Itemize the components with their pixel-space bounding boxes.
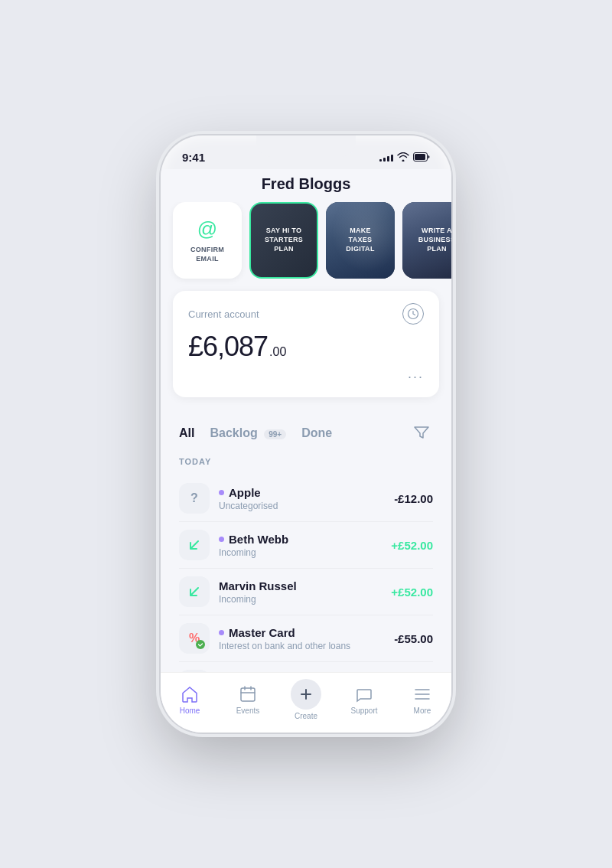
phone-shell: 9:41 Fred Bloggs (161, 135, 451, 733)
balance-header: Current account (188, 303, 424, 325)
nav-item-create[interactable]: Create (285, 679, 327, 720)
nav-item-home[interactable]: Home (169, 684, 211, 715)
marvin-russel-icon (179, 576, 210, 607)
support-icon (354, 684, 374, 704)
beth-webb-icon (179, 530, 210, 560)
transaction-item-apple[interactable]: ? Apple Uncategorised -£12.00 (179, 475, 433, 522)
apple-sub: Uncategorised (219, 501, 385, 511)
filter-icon[interactable] (410, 422, 433, 445)
master-card-dot (219, 630, 224, 635)
taxes-digital-overlay: MAKE TAXES DIGITAL (332, 208, 389, 272)
transactions-section: TODAY ? Apple Uncategorised -£12.00 (161, 451, 451, 672)
action-card-taxes-digital[interactable]: MAKE TAXES DIGITAL (326, 202, 395, 279)
backlog-badge: 99+ (264, 429, 286, 439)
more-options-icon[interactable]: ··· (408, 369, 424, 385)
clock-icon[interactable] (402, 303, 424, 325)
marvin-russel-sub: Incoming (219, 594, 382, 605)
svg-rect-1 (415, 154, 425, 160)
nav-item-more[interactable]: More (402, 684, 444, 715)
notch (256, 135, 356, 157)
signal-icon (379, 152, 393, 162)
marvin-russel-info: Marvin Russel Incoming (219, 579, 382, 605)
marvin-russel-name: Marvin Russel (219, 579, 382, 592)
create-label: Create (295, 712, 317, 720)
tab-done[interactable]: Done (301, 426, 347, 440)
events-icon (238, 684, 258, 704)
tab-backlog[interactable]: Backlog 99+ (210, 426, 301, 440)
marvin-russel-amount: +£52.00 (391, 586, 433, 599)
apple-icon: ? (179, 483, 210, 514)
tabs-row: All Backlog 99+ Done (179, 422, 433, 445)
master-card-check (196, 640, 205, 649)
balance-card[interactable]: Current account £6,087 .00 ··· (173, 291, 439, 397)
apple-info: Apple Uncategorised (219, 486, 385, 511)
bottom-nav: Home Events Create (161, 672, 451, 733)
events-label: Events (236, 706, 260, 715)
starters-plan-label: SAY HI TO STARTERS PLAN (257, 227, 311, 253)
master-card-amount: -£55.00 (394, 632, 433, 645)
apple-dot (219, 490, 224, 495)
confirm-email-label: CONFIRM EMAIL (179, 246, 236, 263)
more-icon (412, 684, 432, 704)
beth-webb-amount: +£52.00 (391, 539, 433, 552)
tab-all[interactable]: All (179, 426, 210, 440)
master-card-sub: Interest on bank and other loans (219, 641, 385, 651)
apple-name: Apple (219, 486, 385, 499)
status-icons (379, 152, 430, 162)
wifi-icon (397, 152, 409, 162)
balance-footer: ··· (188, 369, 424, 385)
status-time: 9:41 (182, 151, 205, 164)
nav-item-support[interactable]: Support (343, 684, 386, 715)
beth-webb-info: Beth Webb Incoming (219, 533, 382, 558)
more-label: More (414, 706, 431, 715)
quick-actions: @ CONFIRM EMAIL SAY HI TO STARTERS PLAN … (161, 202, 451, 291)
balance-label: Current account (188, 308, 259, 320)
transaction-item-beth-webb[interactable]: Beth Webb Incoming +£52.00 (179, 522, 433, 569)
apple-amount: -£12.00 (394, 492, 433, 505)
at-icon: @ (197, 217, 217, 241)
balance-cents: .00 (269, 345, 286, 359)
section-date: TODAY (179, 457, 433, 466)
tabs-section: All Backlog 99+ Done (161, 410, 451, 451)
beth-webb-sub: Incoming (219, 547, 382, 558)
balance-main: £6,087 (188, 331, 268, 363)
create-button[interactable] (291, 679, 321, 710)
balance-section: Current account £6,087 .00 ··· (161, 291, 451, 410)
master-card-name: Master Card (219, 626, 385, 639)
master-card-info: Master Card Interest on bank and other l… (219, 626, 385, 651)
action-card-confirm-email[interactable]: @ CONFIRM EMAIL (173, 202, 242, 279)
page-title: Fred Bloggs (179, 175, 433, 193)
transaction-item-marvin-russel[interactable]: Marvin Russel Incoming +£52.00 (179, 569, 433, 615)
action-card-business-plan[interactable]: WRITE A BUSINESS PLAN (402, 202, 451, 279)
nav-item-events[interactable]: Events (227, 684, 269, 715)
svg-rect-5 (241, 688, 255, 701)
support-label: Support (350, 706, 377, 715)
beth-webb-name: Beth Webb (219, 533, 382, 546)
home-label: Home (180, 706, 200, 715)
beth-webb-dot (219, 537, 224, 542)
master-card-icon: % (179, 623, 210, 654)
screen-content[interactable]: Fred Bloggs @ CONFIRM EMAIL SAY HI TO ST… (161, 169, 451, 672)
battery-icon (413, 152, 430, 162)
taxes-digital-label: MAKE TAXES DIGITAL (338, 227, 382, 253)
balance-amount: £6,087 .00 (188, 331, 424, 363)
transaction-item-master-card[interactable]: % Master Card Interest on bank and other… (179, 615, 433, 662)
business-plan-label: WRITE A BUSINESS PLAN (415, 227, 451, 253)
page-header: Fred Bloggs (161, 169, 451, 202)
transaction-item-anglo-american[interactable]: Anglo American Mining Subcontractors -£2… (179, 662, 433, 672)
action-card-starters-plan[interactable]: SAY HI TO STARTERS PLAN (249, 202, 318, 279)
home-icon (180, 684, 200, 704)
business-plan-overlay: WRITE A BUSINESS PLAN (409, 208, 451, 272)
